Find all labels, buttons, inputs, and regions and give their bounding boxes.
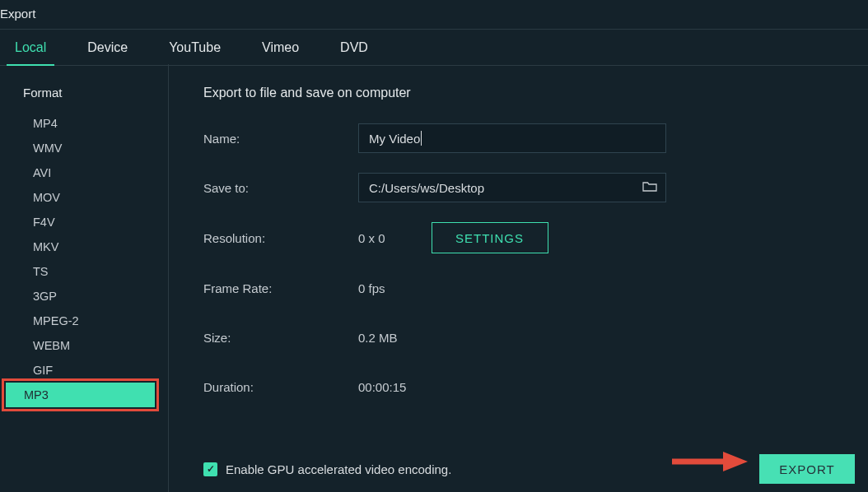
format-mp4[interactable]: MP4 xyxy=(10,111,158,136)
save-to-label: Save to: xyxy=(203,181,358,195)
format-mov[interactable]: MOV xyxy=(10,185,158,210)
text-caret xyxy=(421,131,422,146)
name-input-value: My Video xyxy=(369,132,420,146)
tab-vimeo[interactable]: Vimeo xyxy=(262,30,299,65)
duration-value: 00:00:15 xyxy=(358,380,406,394)
resolution-value: 0 x 0 xyxy=(358,231,385,245)
duration-label: Duration: xyxy=(203,380,358,394)
framerate-label: Frame Rate: xyxy=(203,281,358,295)
format-gif[interactable]: GIF xyxy=(10,358,158,383)
tab-youtube[interactable]: YouTube xyxy=(169,30,221,65)
framerate-value: 0 fps xyxy=(358,281,385,295)
tab-device[interactable]: Device xyxy=(87,30,128,65)
tab-local[interactable]: Local xyxy=(15,30,46,65)
folder-icon[interactable] xyxy=(642,181,657,195)
resolution-label: Resolution: xyxy=(203,231,358,245)
format-sidebar: Format MP4 WMV AVI MOV F4V MKV TS 3GP MP… xyxy=(0,64,169,492)
size-value: 0.2 MB xyxy=(358,331,398,345)
svg-marker-1 xyxy=(723,452,748,471)
export-heading: Export to file and save on computer xyxy=(203,86,835,100)
window-title: Export xyxy=(0,0,868,30)
format-wmv[interactable]: WMV xyxy=(10,136,158,160)
format-f4v[interactable]: F4V xyxy=(10,210,158,234)
format-mp3[interactable]: MP3 xyxy=(6,383,155,407)
settings-button[interactable]: SETTINGS xyxy=(432,222,548,253)
save-to-input[interactable]: C:/Users/ws/Desktop xyxy=(358,173,666,202)
format-3gp[interactable]: 3GP xyxy=(10,284,158,309)
export-main-panel: Export to file and save on computer Name… xyxy=(169,64,868,492)
checkbox-checked-icon: ✓ xyxy=(203,462,217,476)
annotation-arrow-icon xyxy=(669,449,748,474)
tab-dvd[interactable]: DVD xyxy=(340,30,368,65)
format-list: MP4 WMV AVI MOV F4V MKV TS 3GP MPEG-2 WE… xyxy=(0,106,168,407)
size-label: Size: xyxy=(203,331,358,345)
format-webm[interactable]: WEBM xyxy=(10,333,158,358)
save-to-value: C:/Users/ws/Desktop xyxy=(369,181,484,195)
name-label: Name: xyxy=(203,132,358,146)
name-input[interactable]: My Video xyxy=(358,123,666,153)
format-header: Format xyxy=(0,79,168,106)
export-button[interactable]: EXPORT xyxy=(759,454,855,484)
format-mpeg2[interactable]: MPEG-2 xyxy=(10,309,158,333)
format-mkv[interactable]: MKV xyxy=(10,234,158,259)
format-ts[interactable]: TS xyxy=(10,259,158,284)
gpu-checkbox[interactable]: ✓ Enable GPU accelerated video encoding. xyxy=(203,462,451,476)
gpu-checkbox-label: Enable GPU accelerated video encoding. xyxy=(226,462,451,476)
export-tabs: Local Device YouTube Vimeo DVD xyxy=(0,30,868,66)
format-avi[interactable]: AVI xyxy=(10,160,158,185)
